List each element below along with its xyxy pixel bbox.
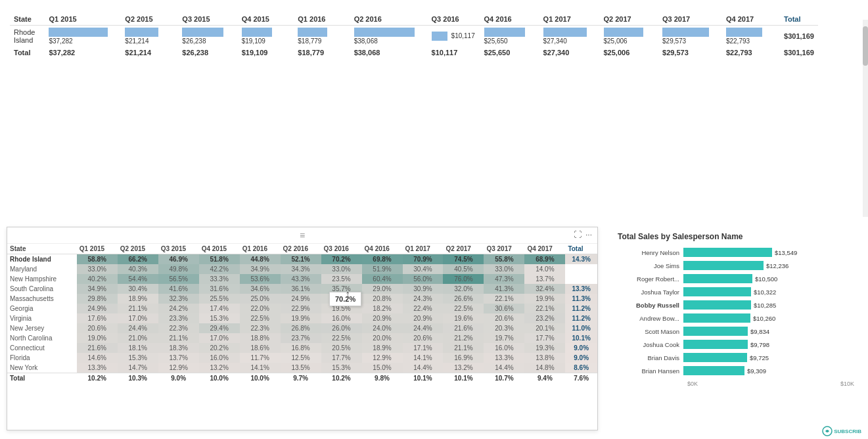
inner-col-header[interactable]: State	[7, 244, 77, 254]
inner-col-header[interactable]: Total	[565, 244, 597, 254]
table-row: New Jersey20.6%24.4%22.3%29.4%22.3%26.8%…	[7, 323, 597, 333]
col-header-q3-2015[interactable]: Q3 2015	[178, 13, 237, 26]
data-cell: 25.0%	[240, 294, 281, 304]
data-cell: 22.3%	[240, 323, 281, 333]
data-cell: 16.0%	[484, 343, 524, 353]
data-cell: 47.3%	[484, 274, 524, 284]
inner-col-header[interactable]: Q1 2017	[403, 244, 444, 254]
data-cell: $18,779	[294, 26, 350, 47]
data-cell: 19.5%	[321, 304, 362, 313]
more-options-icon[interactable]: ···	[585, 230, 592, 239]
data-cell: 19.0%	[77, 333, 118, 343]
col-header-q3-2016[interactable]: Q3 2016	[428, 13, 480, 26]
data-cell: 52.1%	[281, 254, 321, 265]
watermark: SUBSCRIB	[822, 426, 861, 436]
inner-col-header[interactable]: Q3 2017	[484, 244, 524, 254]
data-cell: 33.0%	[77, 264, 118, 274]
bar-label: Roger Robert...	[618, 275, 683, 283]
data-cell: 22.0%	[240, 304, 281, 313]
data-cell: 32.4%	[524, 284, 565, 294]
bar-visual	[354, 28, 415, 37]
data-cell: 13.7%	[158, 353, 199, 363]
data-cell: 18.9%	[362, 343, 403, 353]
data-cell: $27,340	[539, 26, 600, 47]
inner-col-header[interactable]: Q4 2017	[524, 244, 565, 254]
col-header-q4-2015[interactable]: Q4 2015	[238, 13, 294, 26]
data-cell: 11.2%	[565, 313, 597, 323]
scrollbar-thumb[interactable]	[863, 26, 868, 66]
inner-col-header[interactable]: Q3 2015	[158, 244, 199, 254]
col-header-q3-2017[interactable]: Q3 2017	[658, 13, 722, 26]
col-header-q2-2016[interactable]: Q2 2016	[350, 13, 428, 26]
inner-col-header[interactable]: Q3 2016	[321, 244, 362, 254]
data-cell: 60.4%	[362, 274, 403, 284]
table-row: Virginia17.6%17.0%23.3%15.3%22.5%19.9%16…	[7, 313, 597, 323]
data-cell: 16.0%	[321, 313, 362, 323]
table-row: Maryland33.0%40.3%49.8%42.2%34.9%34.3%33…	[7, 264, 597, 274]
bar-fill	[683, 274, 752, 283]
data-cell: 18.8%	[240, 333, 281, 343]
bar-row: Henry Nelson $13,549	[618, 246, 854, 258]
inner-col-header[interactable]: Q2 2016	[281, 244, 321, 254]
data-cell: 14.3%	[565, 254, 597, 265]
col-header-q2-2017[interactable]: Q2 2017	[600, 13, 659, 26]
data-cell: 14.0%	[524, 264, 565, 274]
bar-row: Joshua Taylor $10,322	[618, 286, 854, 298]
bar-fill	[683, 340, 748, 349]
data-cell: 17.6%	[77, 313, 118, 323]
state-cell: South Carolina	[7, 284, 77, 294]
inner-col-header[interactable]: Q1 2015	[77, 244, 118, 254]
data-cell: 16.8%	[281, 343, 321, 353]
col-header-q1-2016[interactable]: Q1 2016	[294, 13, 350, 26]
data-cell: 55.8%	[484, 254, 524, 265]
data-cell: 9.0%	[565, 353, 597, 363]
data-cell: 34.3%	[281, 264, 321, 274]
bar-fill	[683, 327, 748, 336]
bar-row: Andrew Bow... $10,260	[618, 312, 854, 324]
total-label: Total	[10, 47, 45, 58]
col-header-q1-2017[interactable]: Q1 2017	[539, 13, 600, 26]
state-cell: Georgia	[7, 304, 77, 313]
data-cell: 20.6%	[484, 313, 524, 323]
watermark-icon	[822, 426, 833, 436]
data-cell: 34.6%	[240, 284, 281, 294]
state-cell: North Carolina	[7, 333, 77, 343]
table-row: Florida14.6%15.3%13.7%16.0%11.7%12.5%17.…	[7, 353, 597, 363]
maximize-icon[interactable]: ⛶	[574, 230, 582, 239]
data-cell: 12.9%	[362, 353, 403, 363]
data-cell: 24.0%	[362, 323, 403, 333]
data-cell: 32.0%	[443, 284, 484, 294]
col-header-state[interactable]: State	[10, 13, 45, 26]
inner-col-header[interactable]: Q4 2016	[362, 244, 403, 254]
data-cell: 43.3%	[281, 274, 321, 284]
bar-value-text: $10,260	[753, 315, 775, 322]
data-cell: 35.7%	[321, 284, 362, 294]
bar-fill	[683, 313, 750, 323]
col-header-q4-2016[interactable]: Q4 2016	[480, 13, 539, 26]
total-cell: 9.0%	[158, 373, 199, 384]
inner-col-header[interactable]: Q2 2017	[443, 244, 484, 254]
bar-visual	[125, 28, 158, 37]
data-cell: 49.8%	[158, 264, 199, 274]
scrollbar[interactable]	[863, 20, 868, 217]
col-header-q1-2015[interactable]: Q1 2015	[45, 13, 121, 26]
table-row: Massachusetts29.8%18.9%32.3%25.5%25.0%24…	[7, 294, 597, 304]
col-header-total[interactable]: Total	[780, 13, 818, 26]
total-cell: $37,282	[45, 47, 121, 58]
bar-visual	[432, 32, 447, 41]
data-cell: 19.6%	[443, 313, 484, 323]
inner-col-header[interactable]: Q2 2015	[118, 244, 158, 254]
inner-col-header[interactable]: Q1 2016	[240, 244, 281, 254]
data-cell: 70.2%	[321, 254, 362, 265]
top-table: State Q1 2015 Q2 2015 Q3 2015 Q4 2015 Q1…	[10, 13, 818, 58]
data-cell: 22.5%	[443, 304, 484, 313]
data-cell: 21.0%	[118, 333, 158, 343]
inner-col-header[interactable]: Q4 2015	[199, 244, 240, 254]
data-cell: 68.9%	[524, 254, 565, 265]
total-cell: 7.6%	[565, 373, 597, 384]
total-cell: 10.0%	[240, 373, 281, 384]
total-row: Total10.2%10.3%9.0%10.0%10.0%9.7%10.2%9.…	[7, 373, 597, 384]
col-header-q2-2015[interactable]: Q2 2015	[121, 13, 178, 26]
bar-label: Bobby Russell	[618, 302, 683, 309]
col-header-q4-2017[interactable]: Q4 2017	[722, 13, 780, 26]
